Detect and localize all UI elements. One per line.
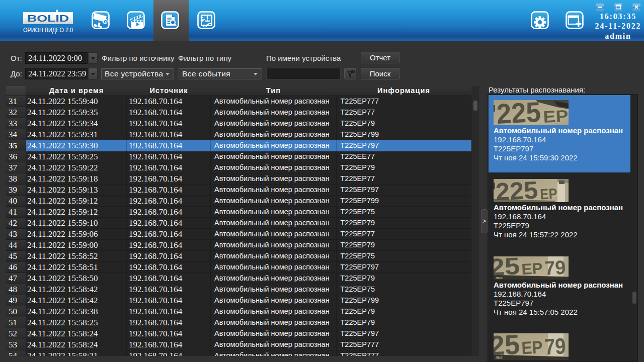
svg-text:25: 25 bbox=[494, 256, 521, 280]
svg-text:BOLID: BOLID bbox=[27, 13, 69, 24]
svg-text:ЕР: ЕР bbox=[521, 259, 543, 278]
svg-text:ОРИОН ВИДЕО 2.0: ОРИОН ВИДЕО 2.0 bbox=[23, 26, 73, 34]
svg-text:225: 225 bbox=[495, 179, 538, 202]
svg-text:25: 25 bbox=[494, 333, 520, 360]
svg-text:79: 79 bbox=[544, 333, 566, 359]
svg-text:225: 225 bbox=[496, 100, 541, 125]
svg-text:ЕР: ЕР bbox=[542, 106, 569, 125]
svg-text:79: 79 bbox=[544, 256, 566, 279]
svg-text:ЕР: ЕР bbox=[521, 337, 543, 357]
svg-text:ЕР: ЕР bbox=[539, 185, 557, 202]
